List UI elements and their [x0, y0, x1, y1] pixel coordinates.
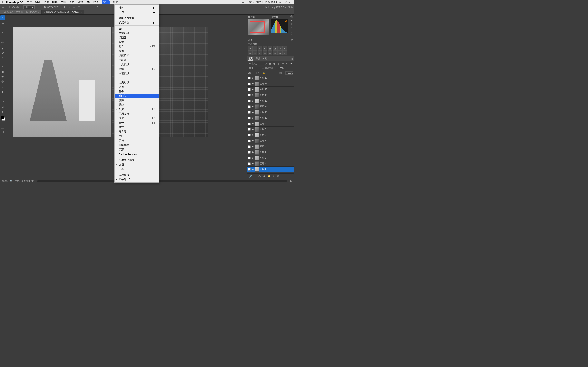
menu-layer[interactable]: 图层 — [52, 0, 58, 4]
hsl-icon[interactable]: ◨ — [273, 46, 277, 50]
menu-item-图层复合[interactable]: 图层复合 — [114, 111, 159, 116]
menu-item-扩展功能[interactable]: 扩展功能▶ — [114, 20, 159, 25]
tool-stamp[interactable]: ✎ — [0, 55, 5, 60]
more1-icon[interactable]: ▧ — [273, 51, 277, 55]
layer-row-10[interactable]: 👁图层 7 — [247, 132, 294, 138]
layer-eye-2[interactable]: 👁 — [251, 88, 254, 91]
new-layer-icon[interactable]: + — [272, 174, 276, 178]
tab-layers[interactable]: 图层 — [249, 57, 253, 61]
exposure-icon[interactable]: ◐ — [263, 46, 267, 50]
doc-tab-close-0[interactable]: × — [38, 11, 39, 13]
tool-dodge[interactable]: ◑ — [0, 79, 5, 83]
align-right-icon[interactable]: ⊨ — [72, 6, 76, 9]
layer-row-0[interactable]: 👁图层 17 — [247, 75, 294, 81]
layer-row-6[interactable]: 👁图层 11 — [247, 109, 294, 115]
layer-eye-8[interactable]: 👁 — [251, 122, 254, 125]
menu-item-未标题-9[interactable]: 未标题-9 — [114, 173, 159, 177]
apple-menu[interactable]:  — [2, 1, 3, 4]
tool-lasso[interactable]: ⊂ — [0, 26, 5, 31]
layer-row-11[interactable]: 👁图层 6 — [247, 138, 294, 144]
layer-eye-9[interactable]: 👁 — [251, 128, 254, 131]
align-left-icon[interactable]: ⊩ — [63, 6, 67, 9]
invert-icon[interactable]: ◑ — [248, 51, 252, 55]
layer-row-14[interactable]: 👁图层 3 — [247, 155, 294, 161]
threshold-icon[interactable]: ◫ — [258, 51, 262, 55]
menu-item-段落[interactable]: 段落 — [114, 49, 159, 53]
toolbar-move-icon[interactable]: ✥ — [1, 6, 5, 9]
layer-eye-5[interactable]: 👁 — [251, 105, 254, 108]
layer-checkbox-14[interactable] — [248, 157, 251, 159]
layer-row-9[interactable]: 👁图层 8 — [247, 127, 294, 132]
menu-item-样式[interactable]: 样式 — [114, 125, 159, 129]
menu-item-动作[interactable]: 动作⌥F9 — [114, 44, 159, 49]
menu-item-工作区[interactable]: 工作区▶ — [114, 10, 159, 15]
layer-checkbox-6[interactable] — [248, 111, 251, 114]
tool-screenmode[interactable]: ▢ — [0, 129, 5, 134]
menu-item-调整[interactable]: ✓调整 — [114, 40, 159, 44]
color-swatches[interactable] — [0, 116, 5, 122]
filter-eye-icon[interactable]: 👁 — [290, 62, 293, 66]
menu-edit[interactable]: 编辑 — [35, 0, 40, 4]
menu-item-字符样式[interactable]: 字符样式 — [114, 143, 159, 147]
collapse-icon[interactable]: ≡ — [289, 33, 294, 36]
gradientmap-icon[interactable]: ▥ — [263, 51, 267, 55]
layer-row-12[interactable]: 👁图层 5 — [247, 144, 294, 150]
auto-select-type[interactable]: 组 图层 — [24, 5, 35, 9]
lock-position-icon[interactable]: ✛ — [260, 72, 262, 74]
menu-item-直方图[interactable]: ✓直方图 — [114, 129, 159, 134]
add-adjust-layer-icon[interactable]: ◑ — [262, 174, 266, 178]
layers-list[interactable]: 👁图层 17👁图层 16👁图层 15👁图层 14👁图层 13👁图层 12👁图层 … — [247, 75, 294, 173]
menu-item-路径[interactable]: 路径 — [114, 85, 159, 89]
layer-eye-6[interactable]: 👁 — [251, 111, 254, 114]
layer-checkbox-2[interactable] — [248, 88, 251, 91]
tool-history-brush[interactable]: ↺ — [0, 60, 5, 65]
layer-checkbox-16[interactable] — [248, 168, 251, 171]
menu-view[interactable]: 视图 — [93, 0, 99, 4]
layer-row-13[interactable]: 👁图层 4 — [247, 150, 294, 155]
layers-panel-options[interactable]: ≡ — [291, 58, 293, 60]
tool-eraser[interactable]: ◻ — [0, 65, 5, 69]
menu-item-画笔预设[interactable]: 画笔预设 — [114, 71, 159, 76]
menu-item-历史记录[interactable]: 历史记录 — [114, 80, 159, 85]
layer-checkbox-8[interactable] — [248, 123, 251, 125]
menu-image[interactable]: 图像 — [44, 0, 49, 4]
layer-eye-12[interactable]: 👁 — [251, 145, 254, 148]
lock-pixels-icon[interactable]: ✎ — [258, 72, 259, 74]
menu-text[interactable]: 文字 — [61, 0, 66, 4]
layer-checkbox-13[interactable] — [248, 151, 251, 154]
link-layers-icon[interactable]: 🔗 — [248, 174, 252, 178]
filter-shape-icon[interactable]: ▭ — [281, 62, 285, 66]
layer-row-4[interactable]: 👁图层 13 — [247, 98, 294, 104]
layer-row-15[interactable]: 👁图层 2 — [247, 161, 294, 167]
levels-icon[interactable]: ▬ — [253, 46, 258, 50]
layer-eye-0[interactable]: 👁 — [251, 77, 254, 80]
menu-item-画笔[interactable]: 画笔F5 — [114, 67, 159, 71]
tool-pen[interactable]: ✒ — [0, 85, 5, 89]
menu-item-3D[interactable]: 3D — [114, 26, 159, 31]
menu-item-未标题-10[interactable]: ✓未标题-10 — [114, 177, 159, 182]
layer-eye-11[interactable]: 👁 — [251, 140, 254, 142]
layer-row-8[interactable]: 👁图层 9 — [247, 121, 294, 127]
more2-icon[interactable]: ▩ — [277, 51, 282, 55]
menu-item-测量记录[interactable]: 测量记录 — [114, 31, 159, 35]
vibrance-icon[interactable]: ▣ — [268, 46, 272, 50]
layer-checkbox-0[interactable] — [248, 77, 251, 79]
menu-item-图层[interactable]: ✓图层F7 — [114, 107, 159, 111]
layer-eye-10[interactable]: 👁 — [251, 134, 254, 137]
menu-item-选项[interactable]: ✓选项 — [114, 162, 159, 167]
selectivecolor-icon[interactable]: ▦ — [268, 51, 272, 55]
layer-checkbox-3[interactable] — [248, 94, 251, 96]
curves-icon[interactable]: ∿ — [258, 46, 262, 50]
layer-eye-1[interactable]: 👁 — [251, 82, 254, 85]
posterize-icon[interactable]: ▤ — [253, 51, 258, 55]
opacity-input[interactable] — [276, 67, 284, 70]
doc-tab-0[interactable]: 未标题-9 @ 100% (静止层, RGB/8) × — [0, 10, 42, 15]
new-group-icon[interactable]: 📁 — [267, 174, 271, 178]
menu-file[interactable]: 文件 — [26, 0, 32, 4]
layer-checkbox-4[interactable] — [248, 100, 251, 102]
add-mask-icon[interactable]: ◎ — [258, 174, 261, 178]
menu-item-色板[interactable]: 色板 — [114, 89, 159, 94]
play-icon[interactable]: ▶ — [289, 19, 294, 22]
filter-pixel-icon[interactable]: ◼ — [268, 62, 272, 66]
tool-crop[interactable]: ⊡ — [0, 35, 5, 40]
